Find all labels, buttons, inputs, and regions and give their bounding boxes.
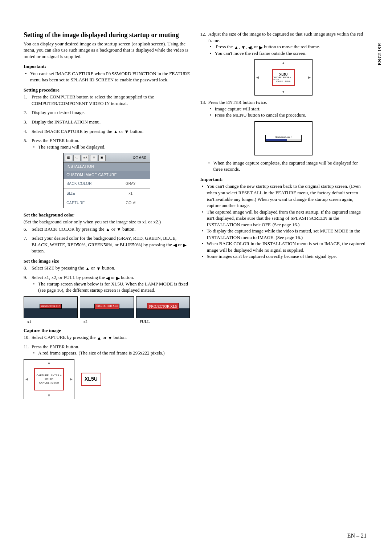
step-13-b1: Image capture will start. — [215, 106, 367, 112]
step-3: Display the INSTALLATION menu. — [32, 119, 101, 125]
thumb-full: PROJECTOR XL5 — [136, 296, 190, 318]
step-4-post: button. — [129, 129, 143, 134]
text: , — [252, 44, 254, 49]
left-icon — [106, 276, 110, 280]
step-13-after: When the image capture completes, the ca… — [213, 160, 367, 173]
imp-item: Some images can't be captured correctly … — [207, 253, 367, 260]
step-10-pre: Select CAPTURE by pressing the — [32, 335, 97, 340]
step-8-pre: Select SIZE by pressing the — [32, 265, 85, 271]
menu-mode: XGA60 — [132, 155, 150, 161]
step-13-after-list: When the image capture completes, the ca… — [200, 160, 367, 173]
menu-key: SIZE — [64, 189, 111, 198]
menu-icon: ▭ — [73, 155, 81, 161]
menu-opt-icon: opt. — [82, 155, 89, 161]
right-steps-2: 13.Press the ENTER button twice. Image c… — [200, 99, 367, 118]
step-6-post: button. — [121, 226, 136, 232]
step-12-b1: Press the , , , or button to move the re… — [215, 44, 367, 50]
menu-val: x1 — [111, 189, 150, 198]
size-thumbnails: PROJECTOR XL5 PROJECTOR XL5 PROJECTOR XL… — [24, 296, 190, 318]
capture-frame-figure: ▲ ▼ ◀ ▶ CAPTURE : ENTER + ENTER CANCEL :… — [24, 359, 190, 399]
left-icon — [173, 243, 177, 247]
step-13: Press the ENTER button twice. — [208, 100, 268, 105]
step-12-b2: You can't move the red frame outside the… — [215, 50, 367, 57]
down-icon — [124, 129, 129, 134]
bg-steps: 6. Select BACK COLOR by pressing the or … — [24, 226, 190, 254]
capture-heading: Capture the image — [24, 327, 190, 334]
up-icon — [85, 266, 90, 271]
language-tab: ENGLISH — [377, 43, 383, 65]
up-icon: ▲ — [47, 360, 51, 365]
procedure-steps: 1.Press the COMPUTER button to select th… — [24, 94, 190, 150]
step-4-pre: Select IMAGE CAPTURE by pressing the — [32, 129, 113, 134]
imp-item: The captured image will be displayed fro… — [207, 209, 367, 228]
up-icon: ▲ — [282, 61, 285, 65]
size-steps: 8. Select SIZE by pressing the or button… — [24, 265, 190, 293]
thumb-label: FULL — [136, 319, 190, 324]
installation-menu-figure: ◧ ▭ opt. ⎚ ▣ XGA60 INSTALLATION CUSTOM I… — [63, 153, 150, 208]
right-icon — [116, 276, 120, 280]
right-icon — [259, 45, 263, 50]
step-11: Press the ENTER button. — [32, 344, 79, 349]
thumb-x1: PROJECTOR XL5 — [24, 296, 78, 318]
step-10-post: button. — [113, 335, 127, 340]
imp-item: You can't change the new startup screen … — [207, 183, 367, 208]
right-steps: 12.Adjust the size of the image to be ca… — [200, 31, 367, 56]
step-9-post: button. — [120, 275, 134, 280]
capturing-label: Capturing Logo ! — [266, 135, 301, 139]
step-4-mid: or — [118, 129, 124, 134]
frame-caption: CANCEL : MENU — [276, 81, 290, 83]
menu-icon: ▣ — [98, 155, 106, 161]
left-icon — [248, 45, 252, 50]
bg-heading: Set the background color — [24, 212, 190, 218]
menu-subsection: CUSTOM IMAGE CAPTURE — [64, 171, 150, 179]
step-10-mid: or — [101, 335, 107, 340]
menu-key: BACK COLOR — [64, 179, 111, 189]
size-heading: Set the image size — [24, 258, 190, 264]
important-item: You can't set IMAGE CAPTURE when PASSWOR… — [30, 70, 190, 83]
menu-val: GO ⏎ — [111, 198, 150, 208]
step-2: Display your desired image. — [32, 110, 85, 115]
imp-item: When BACK COLOR in the INSTALLATION menu… — [207, 240, 367, 253]
step-9-mid: or — [110, 275, 116, 280]
step-8-post: button. — [101, 265, 115, 271]
capture-steps: 10. Select CAPTURE by pressing the or bu… — [24, 334, 190, 356]
down-icon: ▼ — [47, 393, 51, 398]
down-icon: ▼ — [282, 90, 285, 94]
step-5: Press the ENTER button. — [32, 138, 79, 143]
capture-frame-screen: ▲ ▼ ◀ ▶ CAPTURE : ENTER + ENTER CANCEL :… — [24, 359, 74, 399]
up-icon — [234, 45, 239, 50]
up-icon — [106, 227, 110, 232]
thumb-x2: PROJECTOR XL5 — [80, 296, 134, 318]
right-icon: ▶ — [70, 377, 73, 382]
right-column: 12.Adjust the size of the image to be ca… — [200, 31, 367, 399]
bg-note: (Set the background color only when you … — [24, 219, 190, 225]
step-7-pre: Select your desired color for the backgr… — [32, 235, 176, 247]
intro-text: You can display your desired image as th… — [24, 41, 190, 60]
page-number: EN – 21 — [347, 532, 367, 540]
xl5u-badge: XL5U — [81, 373, 101, 386]
left-column: Setting of the image displayed during st… — [24, 31, 190, 399]
text: Press the — [216, 44, 234, 49]
step-5-sub: The setting menu will be displayed. — [38, 144, 190, 150]
step-12: Adjust the size of the image to be captu… — [208, 31, 363, 43]
down-icon — [108, 336, 113, 340]
thumb-label: x2 — [80, 319, 134, 324]
logo-badge: PROJECTOR XL5 — [94, 304, 119, 309]
thumb-labels: x1 x2 FULL — [24, 319, 190, 324]
imp-item: To display the captured image while the … — [207, 228, 367, 240]
step-9-sub: The startup screen shown below is for XL… — [38, 281, 190, 293]
right-icon — [183, 243, 187, 247]
right-icon: ▶ — [308, 75, 311, 80]
logo-badge: PROJECTOR XL5 — [147, 303, 179, 310]
step-6-pre: Select BACK COLOR by pressing the — [32, 226, 106, 232]
menu-key: CAPTURE — [64, 198, 111, 208]
step-9-pre: Select x1, x2, or FULL by pressing the — [32, 275, 106, 280]
important-heading-right: Important: — [200, 176, 367, 183]
menu-section: INSTALLATION — [64, 163, 150, 171]
text: button to move the red frame. — [263, 44, 320, 49]
frame-caption: CANCEL : MENU — [39, 381, 59, 384]
capturing-figure: Capturing Logo ! — [254, 121, 313, 155]
up-icon — [113, 129, 118, 134]
step-11-sub: A red frame appears. (The size of the re… — [38, 350, 190, 356]
important-list: You can't set IMAGE CAPTURE when PASSWOR… — [24, 70, 190, 83]
